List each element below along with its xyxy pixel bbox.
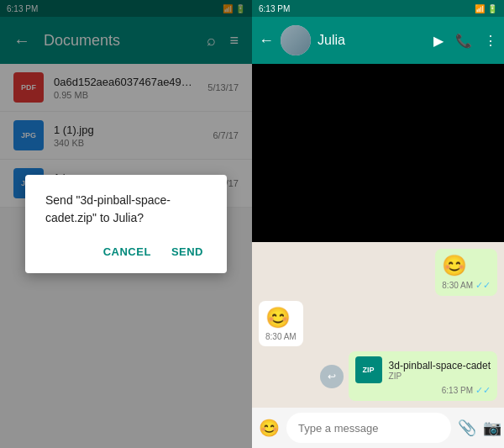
dialog-message: Send "3d-pinball-space-cadet.zip" to Jul… [45, 192, 207, 227]
dialog-overlay: Send "3d-pinball-space-cadet.zip" to Jul… [0, 0, 252, 448]
emoji-content: 😊 [265, 306, 297, 330]
back-button[interactable]: ← [259, 32, 274, 50]
right-system-icons: 📶 🔋 [475, 4, 497, 13]
right-header: ← Julia ▶ 📞 ⋮ [252, 17, 504, 64]
cancel-button[interactable]: CANCEL [100, 240, 155, 263]
send-dialog: Send "3d-pinball-space-cadet.zip" to Jul… [25, 175, 227, 273]
message-input[interactable] [286, 413, 451, 443]
file-bubble-name: 3d-pinball-space-cadet [389, 360, 491, 372]
file-bubble: ZIP 3d-pinball-space-cadet ZIP [355, 356, 491, 383]
camera-icon[interactable]: 📷 [483, 419, 501, 437]
message-time: 8:30 AM ✓✓ [442, 280, 491, 291]
video-call-icon[interactable]: ▶ [433, 33, 444, 49]
message-time: 6:13 PM ✓✓ [355, 385, 491, 396]
dialog-buttons: CANCEL SEND [45, 240, 207, 263]
attach-icon[interactable]: 📎 [458, 419, 476, 437]
file-message: ZIP 3d-pinball-space-cadet ZIP 6:13 PM ✓… [349, 351, 497, 401]
contact-name[interactable]: Julia [318, 33, 427, 48]
file-bubble-info: 3d-pinball-space-cadet ZIP [389, 360, 491, 381]
received-message: 😊 8:30 AM [259, 301, 303, 346]
left-panel: 6:13 PM 📶 🔋 ← Documents ⌕ ≡ PDF 0a6d152a… [0, 0, 252, 448]
input-bar: 😊 📎 📷 🎤 [252, 408, 504, 448]
read-receipt: ✓✓ [475, 280, 491, 291]
more-options-icon[interactable]: ⋮ [484, 33, 497, 49]
voice-call-icon[interactable]: 📞 [455, 33, 472, 49]
zip-file-icon: ZIP [355, 356, 382, 383]
message-time: 8:30 AM [265, 332, 297, 341]
right-time: 6:13 PM [259, 4, 290, 13]
chat-action-icons: ▶ 📞 ⋮ [433, 33, 497, 49]
right-status-bar: 6:13 PM 📶 🔋 [252, 0, 504, 17]
sent-message: 😊 8:30 AM ✓✓ [435, 249, 497, 296]
send-button[interactable]: SEND [168, 240, 207, 263]
emoji-button[interactable]: 😊 [259, 418, 280, 438]
chat-video-area [252, 64, 504, 242]
forward-icon[interactable]: ↩ [320, 365, 344, 388]
chat-messages: 😊 8:30 AM ✓✓ 😊 8:30 AM ↩ ZIP 3d-pinb [252, 242, 504, 408]
contact-avatar[interactable] [281, 25, 311, 55]
right-panel: 6:13 PM 📶 🔋 ← Julia ▶ 📞 ⋮ 😊 8:30 AM ✓✓ [252, 0, 504, 448]
file-bubble-type: ZIP [389, 372, 491, 381]
emoji-content: 😊 [442, 254, 491, 278]
read-receipt: ✓✓ [475, 385, 491, 396]
